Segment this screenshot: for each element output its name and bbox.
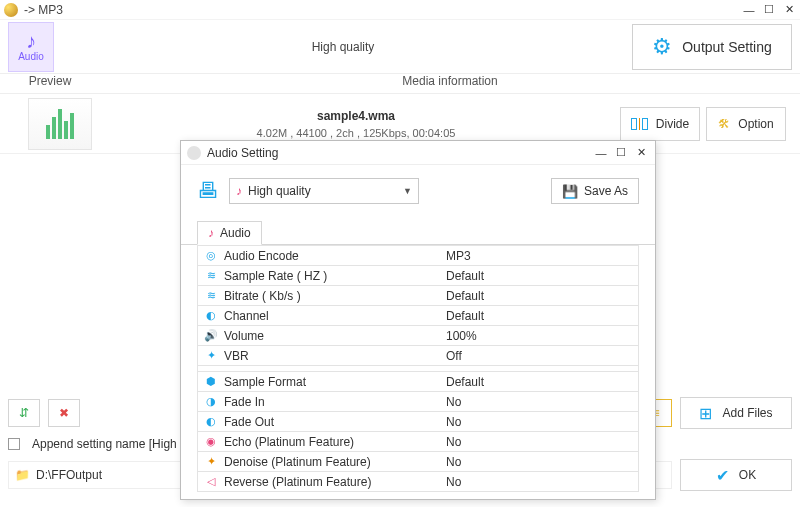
minimize-button[interactable]: — (742, 3, 756, 17)
audio-tab-icon: ♪ (208, 226, 214, 240)
remove-button[interactable]: ✖ (48, 399, 80, 427)
wave-icon: ≋ (204, 269, 218, 282)
merge-button[interactable]: ⇵ (8, 399, 40, 427)
save-as-label: Save As (584, 184, 628, 198)
prop-channel[interactable]: ◐ChannelDefault (198, 305, 638, 325)
save-icon: 💾 (562, 184, 578, 199)
prop-echo[interactable]: ◉Echo (Platinum Feature)No (198, 431, 638, 451)
media-thumbnail (28, 98, 92, 150)
audio-mode-label: Audio (18, 51, 44, 62)
ok-button[interactable]: ✔ OK (680, 459, 792, 491)
prop-fade-out[interactable]: ◐Fade OutNo (198, 411, 638, 431)
option-button[interactable]: 🛠 Option (706, 107, 786, 141)
channel-icon: ◐ (204, 309, 218, 322)
prop-sample-rate[interactable]: ≋Sample Rate ( HZ )Default (198, 265, 638, 285)
divide-icon (631, 118, 648, 130)
top-toolbar: ♪ Audio High quality ⚙ Output Setting (0, 20, 800, 74)
prop-vbr[interactable]: ✦VBROff (198, 345, 638, 365)
output-setting-label: Output Setting (682, 39, 772, 55)
media-filename: sample4.wma (100, 109, 612, 123)
merge-icon: ⇵ (19, 406, 29, 420)
preview-header: Preview (0, 74, 100, 93)
encode-icon: ◎ (204, 249, 218, 262)
prop-audio-encode[interactable]: ◎Audio EncodeMP3 (198, 245, 638, 265)
option-label: Option (738, 117, 773, 131)
wave-icon: ≋ (204, 289, 218, 302)
remove-icon: ✖ (59, 406, 69, 420)
dialog-title: Audio Setting (207, 146, 593, 160)
vbr-icon: ✦ (204, 349, 218, 362)
prop-reverse[interactable]: ◁Reverse (Platinum Feature)No (198, 471, 638, 491)
main-titlebar: -> MP3 — ☐ ✕ (0, 0, 800, 20)
echo-icon: ◉ (204, 435, 218, 448)
dialog-minimize-button[interactable]: — (593, 146, 609, 160)
current-quality-label: High quality (62, 40, 624, 54)
prop-bitrate[interactable]: ≋Bitrate ( Kb/s )Default (198, 285, 638, 305)
dialog-app-icon (187, 146, 201, 160)
denoise-icon: ✦ (204, 455, 218, 468)
chevron-down-icon: ▼ (403, 186, 412, 196)
media-info: sample4.wma 4.02M , 44100 , 2ch , 125Kbp… (100, 109, 612, 139)
prop-volume[interactable]: 🔊Volume100% (198, 325, 638, 345)
dialog-titlebar: Audio Setting — ☐ ✕ (181, 141, 655, 165)
prop-sample-format[interactable]: ⬢Sample FormatDefault (198, 371, 638, 391)
cube-icon: ⬢ (204, 375, 218, 388)
tab-audio-label: Audio (220, 226, 251, 240)
tools-icon: 🛠 (718, 117, 730, 131)
ok-label: OK (739, 468, 756, 482)
folder-icon: 📁 (15, 468, 30, 482)
output-folder-path: D:\FFOutput (36, 468, 102, 482)
preset-label: High quality (248, 184, 311, 198)
prop-denoise[interactable]: ✦Denoise (Platinum Feature)No (198, 451, 638, 471)
gear-icon: ⚙ (652, 34, 672, 60)
dialog-body: ◎Audio EncodeMP3 ≋Sample Rate ( HZ )Defa… (181, 245, 655, 499)
fade-in-icon: ◑ (204, 395, 218, 408)
preset-icon: 🖶 (197, 178, 219, 204)
music-note-icon: ♪ (26, 31, 36, 51)
audio-setting-dialog: Audio Setting — ☐ ✕ 🖶 ♪ High quality ▼ 💾… (180, 140, 656, 500)
output-setting-button[interactable]: ⚙ Output Setting (632, 24, 792, 70)
divide-button[interactable]: Divide (620, 107, 700, 141)
fade-out-icon: ◐ (204, 415, 218, 428)
preset-music-icon: ♪ (236, 184, 242, 198)
media-info-header: Media information (100, 74, 800, 93)
app-icon (4, 3, 18, 17)
volume-icon: 🔊 (204, 329, 218, 342)
media-meta: 4.02M , 44100 , 2ch , 125Kbps, 00:04:05 (100, 127, 612, 139)
dialog-tabs: ♪ Audio (181, 217, 655, 245)
dialog-close-button[interactable]: ✕ (633, 146, 649, 160)
divide-label: Divide (656, 117, 689, 131)
preset-dropdown[interactable]: ♪ High quality ▼ (229, 178, 419, 204)
dialog-toolbar: 🖶 ♪ High quality ▼ 💾 Save As (181, 165, 655, 217)
add-files-label: Add Files (722, 406, 772, 420)
add-files-icon: ⊞ (699, 404, 712, 423)
prop-fade-in[interactable]: ◑Fade InNo (198, 391, 638, 411)
reverse-icon: ◁ (204, 475, 218, 488)
check-circle-icon: ✔ (716, 466, 729, 485)
property-list: ◎Audio EncodeMP3 ≋Sample Rate ( HZ )Defa… (197, 245, 639, 492)
dialog-maximize-button[interactable]: ☐ (613, 146, 629, 160)
maximize-button[interactable]: ☐ (762, 3, 776, 17)
add-files-button[interactable]: ⊞ Add Files (680, 397, 792, 429)
close-button[interactable]: ✕ (782, 3, 796, 17)
append-setting-checkbox[interactable] (8, 438, 20, 450)
save-as-button[interactable]: 💾 Save As (551, 178, 639, 204)
tab-audio[interactable]: ♪ Audio (197, 221, 262, 245)
window-title: -> MP3 (24, 3, 742, 17)
audio-mode-button[interactable]: ♪ Audio (8, 22, 54, 72)
column-headers: Preview Media information (0, 74, 800, 94)
